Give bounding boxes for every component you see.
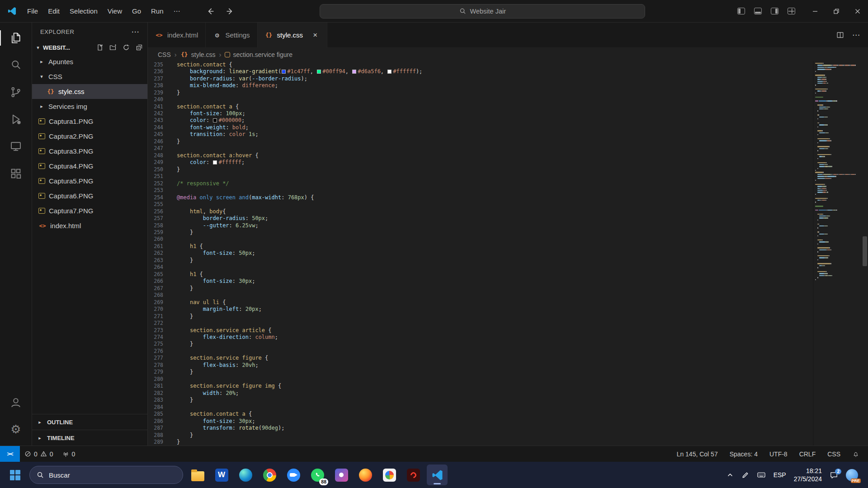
breadcrumb-item-section-service-figure[interactable]: section.service figure	[225, 51, 292, 58]
zoom-icon[interactable]	[283, 465, 304, 485]
menu-selection[interactable]: Selection	[65, 4, 103, 19]
photos-icon[interactable]	[379, 465, 400, 485]
code-line[interactable]: 265 h1 {	[148, 271, 813, 277]
eol-sequence[interactable]: CRLF	[793, 446, 822, 462]
code-line[interactable]: 277 section.service figure {	[148, 355, 813, 361]
notification-center-icon[interactable]: 2	[830, 471, 838, 479]
chrome-icon[interactable]	[259, 465, 280, 485]
encoding[interactable]: UTF-8	[764, 446, 793, 462]
settings-gear-icon[interactable]: ⚙	[0, 416, 32, 443]
timeline-section[interactable]: ▸ TIMELINE	[32, 430, 147, 446]
word-icon[interactable]: W	[211, 465, 232, 485]
code-line[interactable]: 235section.contact {	[148, 61, 813, 68]
cursor-position[interactable]: Ln 145, Col 57	[671, 446, 724, 462]
tray-pre-widget-icon[interactable]: PRE	[846, 469, 858, 481]
code-line[interactable]: 256 html, body{	[148, 208, 813, 215]
code-line[interactable]: 242 font-size: 100px;	[148, 110, 813, 117]
tree-item-style-css[interactable]: {}style.css	[32, 84, 147, 99]
start-button[interactable]	[5, 465, 25, 485]
menu-go[interactable]: Go	[127, 4, 146, 19]
tree-item-captura7-png[interactable]: Captura7.PNG	[32, 203, 147, 218]
code-line[interactable]: 272	[148, 319, 813, 326]
code-line[interactable]: 273 section.service article {	[148, 327, 813, 333]
remote-indicator[interactable]: ><	[0, 446, 20, 462]
code-line[interactable]: 247	[148, 145, 813, 152]
code-line[interactable]: 278 flex-basis: 20vh;	[148, 361, 813, 368]
code-line[interactable]: 264	[148, 264, 813, 271]
code-line[interactable]: 248section.contact a:hover {	[148, 152, 813, 159]
tree-item-apuntes[interactable]: ▸Apuntes	[32, 54, 147, 69]
tree-item-captura6-png[interactable]: Captura6.PNG	[32, 188, 147, 203]
code-line[interactable]: 269 nav ul li {	[148, 299, 813, 305]
indentation[interactable]: Spaces: 4	[724, 446, 764, 462]
tray-pen-icon[interactable]	[741, 471, 749, 479]
workspace-section-header[interactable]: ▾ WEBSIT...	[32, 41, 147, 54]
customize-layout-icon[interactable]	[788, 8, 795, 14]
tray-chevron-up-icon[interactable]	[726, 471, 734, 479]
search-icon[interactable]	[0, 52, 32, 79]
code-line[interactable]: 289}	[148, 438, 813, 445]
tree-item-captura1-png[interactable]: Captura1.PNG	[32, 114, 147, 129]
code-line[interactable]: 279 }	[148, 369, 813, 375]
taskbar-search[interactable]: Buscar	[29, 466, 183, 484]
code-line[interactable]: 255	[148, 201, 813, 207]
code-line[interactable]: 281 section.service figure img {	[148, 383, 813, 389]
account-icon[interactable]	[0, 389, 32, 416]
code-line[interactable]: 240	[148, 96, 813, 103]
scrollbar[interactable]	[862, 61, 868, 446]
code-line[interactable]: 282 width: 20%;	[148, 389, 813, 396]
code-line[interactable]: 245 transition: color 1s;	[148, 131, 813, 138]
explorer-icon[interactable]	[0, 24, 32, 52]
code-line[interactable]: 244 font-weight: bold;	[148, 124, 813, 131]
menu-edit[interactable]: Edit	[43, 4, 65, 19]
command-center-search[interactable]: Website Jair	[320, 4, 645, 19]
code-line[interactable]: 266 font-size: 30px;	[148, 278, 813, 285]
outline-section[interactable]: ▸ OUTLINE	[32, 414, 147, 430]
code-line[interactable]: 236 background: linear-gradient(#1c47ff,…	[148, 68, 813, 75]
code-line[interactable]: 239}	[148, 89, 813, 96]
code-line[interactable]: 258 --gutter: 6.25vw;	[148, 222, 813, 229]
toggle-sidebar-icon[interactable]	[737, 8, 745, 14]
run-debug-icon[interactable]	[0, 106, 32, 133]
code-line[interactable]: 271 }	[148, 313, 813, 319]
code-line[interactable]: 286 font-size: 30px;	[148, 418, 813, 424]
code-line[interactable]: 241section.contact a {	[148, 103, 813, 110]
vscode-icon[interactable]	[427, 465, 448, 485]
code-line[interactable]: 288 }	[148, 432, 813, 438]
code-line[interactable]: 287 transform: rotate(90deg);	[148, 424, 813, 431]
explorer-icon[interactable]	[187, 465, 208, 485]
paint3d-icon[interactable]	[331, 465, 352, 485]
collapse-folders-icon[interactable]	[136, 44, 143, 51]
scrollbar-thumb[interactable]	[863, 236, 867, 266]
code-line[interactable]: 238 mix-blend-mode: difference;	[148, 82, 813, 89]
code-line[interactable]: 270 margin-left: 20px;	[148, 305, 813, 312]
whatsapp-icon[interactable]: 88	[307, 465, 328, 485]
tab-index-html[interactable]: <>index.html	[148, 23, 206, 47]
code-line[interactable]: 250}	[148, 166, 813, 173]
code-line[interactable]: 237 border-radius: var(--border-radius);	[148, 75, 813, 82]
tab-settings[interactable]: ⚙Settings	[206, 23, 257, 47]
firefox-icon[interactable]	[355, 465, 376, 485]
menu-run[interactable]: Run	[146, 4, 169, 19]
explorer-more-icon[interactable]: ⋯	[131, 27, 139, 37]
tree-item-captura5-png[interactable]: Captura5.PNG	[32, 174, 147, 188]
problems-status[interactable]: 0 0	[20, 446, 58, 462]
close-tab-icon[interactable]: ×	[311, 31, 320, 40]
tree-item-captura4-png[interactable]: Captura4.PNG	[32, 159, 147, 174]
breadcrumb-item-css[interactable]: CSS	[158, 51, 171, 58]
code-line[interactable]: 243 color: #000000;	[148, 117, 813, 124]
code-line[interactable]: 257 border-radius: 50px;	[148, 215, 813, 221]
tree-item-services-img[interactable]: ▸Services img	[32, 99, 147, 114]
close-button[interactable]	[847, 0, 868, 22]
acrobat-icon[interactable]	[403, 465, 424, 485]
code-line[interactable]: 267 }	[148, 285, 813, 291]
split-editor-icon[interactable]	[836, 31, 844, 39]
editor-more-icon[interactable]: ⋯	[852, 30, 860, 40]
edge-icon[interactable]	[235, 465, 256, 485]
refresh-icon[interactable]	[123, 44, 130, 51]
code-line[interactable]: 254@media only screen and(max-widht: 768…	[148, 194, 813, 201]
tree-item-css[interactable]: ▾CSS	[32, 69, 147, 84]
toggle-secondary-sidebar-icon[interactable]	[771, 8, 778, 14]
code-line[interactable]: 280	[148, 375, 813, 382]
code-line[interactable]: 262 font-size: 50px;	[148, 250, 813, 257]
